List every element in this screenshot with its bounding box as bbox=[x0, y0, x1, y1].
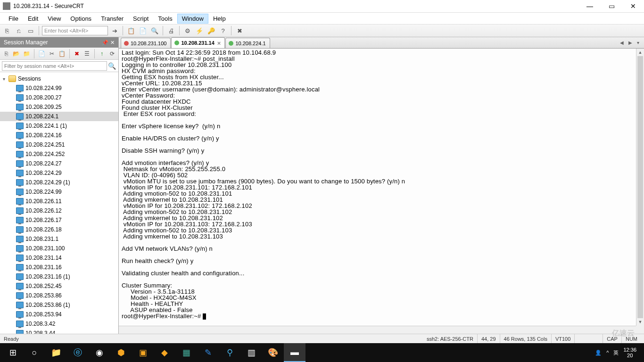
session-item[interactable]: 10.208.3.44 bbox=[0, 329, 118, 334]
explorer-icon[interactable]: 📁 bbox=[45, 343, 67, 362]
sm-up-icon[interactable]: ↑ bbox=[98, 49, 107, 58]
tray-chevron-icon[interactable]: ^ bbox=[606, 350, 609, 355]
session-item[interactable]: 10.208.253.86 bbox=[0, 291, 118, 300]
close-button[interactable]: ✕ bbox=[622, 0, 644, 13]
toolbar-key[interactable]: 🔑 bbox=[206, 25, 216, 36]
sm-delete-icon[interactable]: ✖ bbox=[73, 49, 82, 58]
sm-paste-icon[interactable]: 📋 bbox=[58, 49, 66, 58]
tab-menu-icon[interactable]: ▾ bbox=[635, 39, 641, 46]
session-item[interactable]: 10.208.226.12 bbox=[0, 206, 118, 215]
menu-window[interactable]: Window bbox=[177, 14, 208, 24]
toolbar-print[interactable]: 🖨 bbox=[166, 25, 176, 36]
sm-new-icon[interactable]: ⎘ bbox=[2, 49, 11, 58]
menu-options[interactable]: Options bbox=[66, 14, 96, 24]
vmware-icon[interactable]: ▣ bbox=[132, 343, 154, 362]
people-icon[interactable]: 👤 bbox=[595, 350, 602, 356]
tab-10-208-224-1[interactable]: 10.208.224.1 bbox=[225, 38, 270, 48]
menu-script[interactable]: Script bbox=[128, 14, 153, 24]
session-item[interactable]: 10.208.224.16 bbox=[0, 131, 118, 140]
toolbar-find[interactable]: 🔍 bbox=[149, 25, 160, 36]
toolbar-help[interactable]: ? bbox=[218, 25, 228, 36]
sm-refresh-icon[interactable]: ⟳ bbox=[107, 49, 116, 58]
app-icon-3[interactable]: ▥ bbox=[240, 343, 262, 362]
terminal-vscrollbar[interactable]: ▲ ▼ bbox=[636, 49, 644, 326]
terminal-hscrollbar[interactable] bbox=[119, 326, 636, 334]
session-item[interactable]: 10.208.226.17 bbox=[0, 215, 118, 225]
tab-close-icon[interactable]: × bbox=[217, 40, 221, 47]
session-item[interactable]: 10.028.224.99 bbox=[0, 83, 118, 93]
menu-help[interactable]: Help bbox=[208, 14, 231, 24]
sublime-icon[interactable]: ◆ bbox=[154, 343, 175, 362]
scroll-thumb[interactable] bbox=[637, 56, 643, 318]
securecrt-taskbar-icon[interactable]: ▬ bbox=[284, 343, 305, 362]
session-item[interactable]: 10.208.224.99 bbox=[0, 187, 118, 197]
session-item[interactable]: 10.208.253.94 bbox=[0, 310, 118, 319]
menu-file[interactable]: File bbox=[4, 14, 23, 24]
menu-transfer[interactable]: Transfer bbox=[96, 14, 128, 24]
toolbar-btn-3[interactable]: ▭ bbox=[25, 25, 36, 36]
session-filter-input[interactable] bbox=[2, 61, 107, 71]
menu-tools[interactable]: Tools bbox=[153, 14, 177, 24]
tab-next-icon[interactable]: ▶ bbox=[627, 39, 634, 46]
session-item[interactable]: 10.208.231.1 bbox=[0, 234, 118, 244]
session-tree[interactable]: ▾Sessions10.028.224.9910.208.200.2710.20… bbox=[0, 72, 118, 334]
toolbar-copy[interactable]: 📋 bbox=[126, 25, 136, 36]
tab-prev-icon[interactable]: ◀ bbox=[618, 39, 626, 46]
tree-root[interactable]: ▾Sessions bbox=[0, 74, 118, 83]
pin-icon[interactable]: 📌 bbox=[102, 40, 108, 46]
session-item[interactable]: 10.208.3.42 bbox=[0, 319, 118, 329]
wireshark-icon[interactable]: ⚲ bbox=[219, 343, 240, 362]
sm-folder-icon[interactable]: 📁 bbox=[22, 49, 31, 58]
session-item[interactable]: 10.208.231.14 bbox=[0, 253, 118, 263]
session-item[interactable]: 10.208.252.45 bbox=[0, 281, 118, 291]
session-item[interactable]: 10.208.224.29 (1) bbox=[0, 178, 118, 187]
session-item[interactable]: 10.208.224.252 bbox=[0, 149, 118, 159]
sm-open-icon[interactable]: 📂 bbox=[12, 49, 21, 58]
toolbar-paste[interactable]: 📄 bbox=[138, 25, 148, 36]
sm-cut-icon[interactable]: ✂ bbox=[47, 49, 56, 58]
session-item[interactable]: 10.208.224.27 bbox=[0, 159, 118, 168]
app-icon-2[interactable]: ✎ bbox=[197, 343, 219, 362]
maximize-button[interactable]: ▭ bbox=[601, 0, 622, 13]
menu-edit[interactable]: Edit bbox=[23, 14, 43, 24]
session-item[interactable]: 10.208.224.1 (1) bbox=[0, 121, 118, 131]
session-item[interactable]: 10.208.231.16 bbox=[0, 263, 118, 272]
search-icon[interactable]: 🔍 bbox=[107, 61, 116, 71]
chrome-icon[interactable]: ◉ bbox=[89, 343, 110, 362]
session-item[interactable]: 10.208.231.16 (1) bbox=[0, 272, 118, 281]
toolbar-btn-1[interactable]: ⎘ bbox=[2, 25, 12, 36]
minimize-button[interactable]: — bbox=[579, 0, 601, 13]
ime-indicator[interactable]: 英 bbox=[613, 349, 619, 356]
scroll-down-icon[interactable]: ▼ bbox=[636, 318, 644, 326]
menu-view[interactable]: View bbox=[43, 14, 66, 24]
session-item[interactable]: 10.208.200.27 bbox=[0, 93, 118, 102]
ie-icon[interactable]: ⓔ bbox=[67, 343, 89, 362]
tray-clock[interactable]: 12:36 20 bbox=[623, 347, 636, 358]
session-item[interactable]: 10.208.209.25 bbox=[0, 102, 118, 112]
terminal-output[interactable]: Last login: Sun Oct 14 22:36:59 2018 fro… bbox=[119, 49, 644, 334]
scroll-up-icon[interactable]: ▲ bbox=[636, 49, 644, 56]
toolbar-btn-2[interactable]: ⎌ bbox=[14, 25, 24, 36]
sm-props-icon[interactable]: ☰ bbox=[83, 49, 91, 58]
toolbar-x[interactable]: ✖ bbox=[234, 25, 245, 36]
vsphere-icon[interactable]: ⬢ bbox=[110, 343, 132, 362]
start-button[interactable]: ⊞ bbox=[2, 343, 24, 362]
close-panel-icon[interactable]: ✕ bbox=[110, 40, 115, 46]
sm-copy-icon[interactable]: 📄 bbox=[37, 49, 46, 58]
toolbar-connect[interactable]: ➔ bbox=[109, 25, 120, 36]
session-item[interactable]: 10.208.224.251 bbox=[0, 140, 118, 149]
host-input[interactable]: Enter host <Alt+R> bbox=[42, 26, 108, 35]
session-item[interactable]: 10.208.224.1 bbox=[0, 112, 118, 121]
session-item[interactable]: 10.208.231.100 bbox=[0, 244, 118, 253]
session-item[interactable]: 10.208.226.18 bbox=[0, 225, 118, 234]
toolbar-opts[interactable]: ⚡ bbox=[194, 25, 205, 36]
paint-icon[interactable]: 🎨 bbox=[262, 343, 284, 362]
session-item[interactable]: 10.208.253.86 (1) bbox=[0, 300, 118, 310]
app-icon-1[interactable]: ▦ bbox=[175, 343, 197, 362]
toolbar-props[interactable]: ⚙ bbox=[182, 25, 193, 36]
session-item[interactable]: 10.208.226.11 bbox=[0, 197, 118, 206]
tab-10-208-231-14[interactable]: 10.208.231.14× bbox=[171, 37, 225, 48]
tab-10-208-231-100[interactable]: 10.208.231.100 bbox=[121, 38, 171, 48]
cortana-icon[interactable]: ○ bbox=[24, 343, 45, 362]
session-item[interactable]: 10.208.224.29 bbox=[0, 168, 118, 178]
